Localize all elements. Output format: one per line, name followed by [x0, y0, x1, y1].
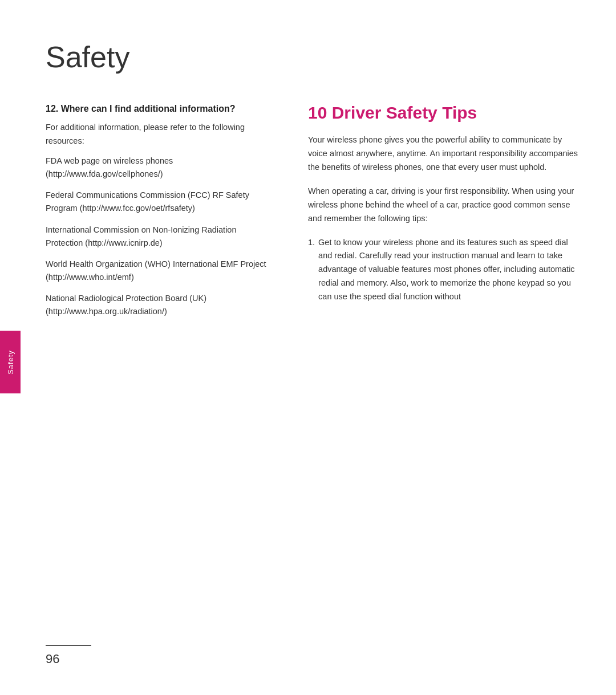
- right-column: 10 Driver Safety Tips Your wireless phon…: [291, 103, 582, 327]
- driver-safety-heading: 10 Driver Safety Tips: [308, 103, 582, 123]
- page-number: 96: [46, 652, 59, 666]
- footer-divider: [46, 645, 91, 646]
- driver-tip-1: 1. Get to know your wireless phone and i…: [308, 236, 582, 304]
- resource-item-5: National Radiological Protection Board (…: [46, 292, 268, 318]
- resource-item-3: International Commission on Non-Ionizing…: [46, 223, 268, 250]
- side-tab: Safety: [0, 331, 21, 393]
- resource-item-2: Federal Communications Commission (FCC) …: [46, 189, 268, 215]
- footer: 96: [46, 645, 582, 666]
- tip-1-number: 1.: [308, 236, 315, 304]
- driver-paragraph-1: Your wireless phone gives you the powerf…: [308, 133, 582, 174]
- content-wrapper: 12. Where can I find additional informat…: [46, 103, 582, 327]
- section-heading: 12. Where can I find additional informat…: [46, 103, 268, 115]
- driver-paragraph-2: When operating a car, driving is your fi…: [308, 185, 582, 226]
- resource-item-4: World Health Organization (WHO) Internat…: [46, 258, 268, 284]
- page-title: Safety: [46, 40, 616, 74]
- left-column: 12. Where can I find additional informat…: [46, 103, 291, 327]
- page-container: Safety Safety 12. Where can I find addit…: [0, 0, 616, 695]
- intro-text: For additional information, please refer…: [46, 121, 268, 147]
- side-tab-label: Safety: [6, 350, 15, 375]
- resource-item-1: FDA web page on wireless phones (http://…: [46, 155, 268, 181]
- tip-1-text: Get to know your wireless phone and its …: [318, 236, 582, 304]
